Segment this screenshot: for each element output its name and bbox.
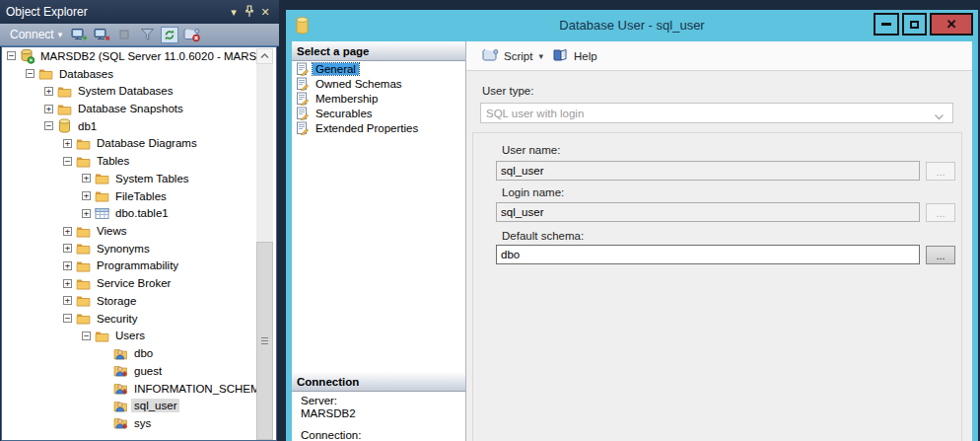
chevron-down-icon: [934, 110, 945, 122]
page-item-membership[interactable]: Membership: [292, 91, 465, 106]
dialog-right-pane: Script ▾ Help User type: SQL user with l…: [466, 41, 972, 441]
window-buttons: ✕: [874, 13, 973, 36]
script-dropdown-caret-icon[interactable]: ▾: [538, 51, 543, 61]
tree-item-synonyms[interactable]: +Synonyms: [2, 240, 276, 257]
tree-item-label: Tables: [94, 154, 132, 168]
dialog-titlebar[interactable]: Database User - sql_user ✕: [286, 10, 978, 41]
expand-icon[interactable]: +: [82, 209, 91, 218]
expand-icon[interactable]: +: [63, 227, 72, 236]
expand-icon[interactable]: +: [63, 261, 72, 270]
tree-item-label: MARSDB2 (SQL Server 11.0.6020 - MARSD: [37, 49, 268, 63]
expand-icon[interactable]: +: [63, 244, 72, 253]
tree-item-system-databases[interactable]: +System Databases: [2, 82, 276, 100]
expand-icon[interactable]: +: [44, 105, 53, 113]
tree-item-guest[interactable]: guest: [2, 362, 276, 380]
script-label: Script: [504, 50, 532, 62]
tree-item-db1[interactable]: −db1: [2, 117, 276, 135]
folder-icon: [37, 67, 54, 80]
script-scroll-icon: [482, 48, 499, 64]
page-item-securables[interactable]: Securables: [292, 107, 465, 121]
tree-item-label: Users: [112, 329, 148, 342]
tree-item-security[interactable]: −Security: [2, 310, 276, 328]
tree-item-sys[interactable]: sys: [2, 414, 276, 432]
tree-item-filetables[interactable]: +FileTables: [2, 187, 276, 205]
minimize-icon: [881, 23, 891, 26]
user-disabled-icon: [112, 381, 129, 396]
tree-item-label: INFORMATION_SCHEM: [131, 382, 263, 396]
scrollbar-gripper-icon: [261, 337, 268, 346]
user-disabled-icon: [112, 363, 129, 378]
minimize-button[interactable]: [874, 13, 899, 36]
expand-icon[interactable]: +: [82, 191, 91, 200]
tree-item-label: Databases: [56, 67, 116, 81]
tree-item-sql-user[interactable]: sql_user: [2, 397, 276, 414]
expand-icon[interactable]: +: [63, 296, 72, 305]
tree-item-marsdb2-sql-server-11-0-6020-marsd[interactable]: −MARSDB2 (SQL Server 11.0.6020 - MARSD: [2, 47, 276, 65]
page-item-label: General: [313, 63, 359, 75]
tree-item-database-diagrams[interactable]: +Database Diagrams: [2, 135, 276, 153]
expand-icon[interactable]: +: [63, 279, 72, 288]
expand-icon[interactable]: +: [82, 174, 91, 183]
tree-scrollbar[interactable]: [256, 48, 273, 440]
script-button[interactable]: Script: [478, 46, 536, 66]
tree-item-label: Views: [94, 224, 129, 238]
tree-item-tables[interactable]: −Tables: [2, 152, 276, 170]
object-explorer-titlebar: Object Explorer ▾ ✕: [0, 0, 279, 24]
maximize-button[interactable]: [902, 13, 927, 36]
collapse-icon[interactable]: −: [63, 157, 72, 166]
page-item-extended-properties[interactable]: Extended Properties: [292, 121, 465, 136]
login-name-label: Login name:: [502, 186, 564, 198]
select-a-page-header: Select a page: [292, 41, 465, 61]
help-button[interactable]: Help: [549, 46, 601, 66]
default-schema-field[interactable]: [496, 245, 920, 264]
connect-server-icon[interactable]: [70, 26, 88, 43]
dialog-content: Select a page GeneralOwned SchemasMember…: [292, 41, 972, 441]
pin-icon[interactable]: [242, 5, 257, 20]
help-book-icon: [553, 48, 569, 64]
tree-item-information-schem[interactable]: INFORMATION_SCHEM: [2, 380, 276, 398]
tree-item-storage[interactable]: +Storage: [2, 292, 276, 310]
tree-item-views[interactable]: +Views: [2, 222, 276, 240]
folder-icon: [75, 259, 92, 272]
default-schema-browse-button[interactable]: ...: [926, 246, 955, 264]
connect-button[interactable]: Connect ▾: [7, 27, 65, 42]
expand-icon[interactable]: +: [63, 139, 72, 148]
disconnect-server-icon[interactable]: [93, 26, 110, 43]
tree-item-users[interactable]: −Users: [2, 328, 276, 345]
tree-item-databases[interactable]: −Databases: [2, 65, 276, 83]
tree-item-dbo[interactable]: dbo: [2, 344, 276, 362]
refresh-icon[interactable]: [161, 26, 178, 43]
tree-item-label: dbo: [131, 346, 156, 360]
page-item-general[interactable]: General: [292, 61, 465, 76]
scrollbar-up-arrow-icon[interactable]: [256, 48, 273, 64]
tree-item-dbo-table1[interactable]: +dbo.table1: [2, 204, 276, 222]
page-item-label: Securables: [313, 108, 376, 119]
tree-item-system-tables[interactable]: +System Tables: [2, 170, 276, 187]
filter-icon[interactable]: [138, 26, 156, 43]
tree-item-service-broker[interactable]: +Service Broker: [2, 274, 276, 292]
tree-item-label: db1: [75, 119, 100, 133]
tree-item-database-snapshots[interactable]: +Database Snapshots: [2, 100, 276, 117]
default-schema-label: Default schema:: [502, 230, 584, 242]
page-item-owned-schemas[interactable]: Owned Schemas: [292, 76, 465, 91]
folder-icon: [75, 137, 92, 150]
scrollbar-thumb[interactable]: [256, 242, 273, 440]
tree-item-label: Storage: [94, 294, 139, 308]
page-icon: [295, 121, 311, 135]
page-icon: [295, 77, 311, 91]
expand-icon[interactable]: +: [44, 87, 53, 96]
disable-script-icon[interactable]: [183, 26, 201, 43]
collapse-icon[interactable]: −: [7, 51, 16, 60]
folder-icon: [56, 103, 73, 115]
collapse-icon[interactable]: −: [63, 314, 72, 323]
collapse-icon[interactable]: −: [26, 69, 35, 78]
tree-item-label: Service Broker: [94, 276, 174, 290]
collapse-icon[interactable]: −: [82, 331, 91, 340]
tree-item-programmability[interactable]: +Programmability: [2, 257, 276, 275]
window-position-chevron-icon[interactable]: ▾: [226, 6, 242, 19]
collapse-icon[interactable]: −: [44, 121, 53, 130]
close-button[interactable]: ✕: [930, 13, 973, 36]
close-panel-icon[interactable]: ✕: [257, 6, 273, 19]
database-icon: [56, 118, 73, 133]
object-explorer-title: Object Explorer: [6, 5, 226, 19]
